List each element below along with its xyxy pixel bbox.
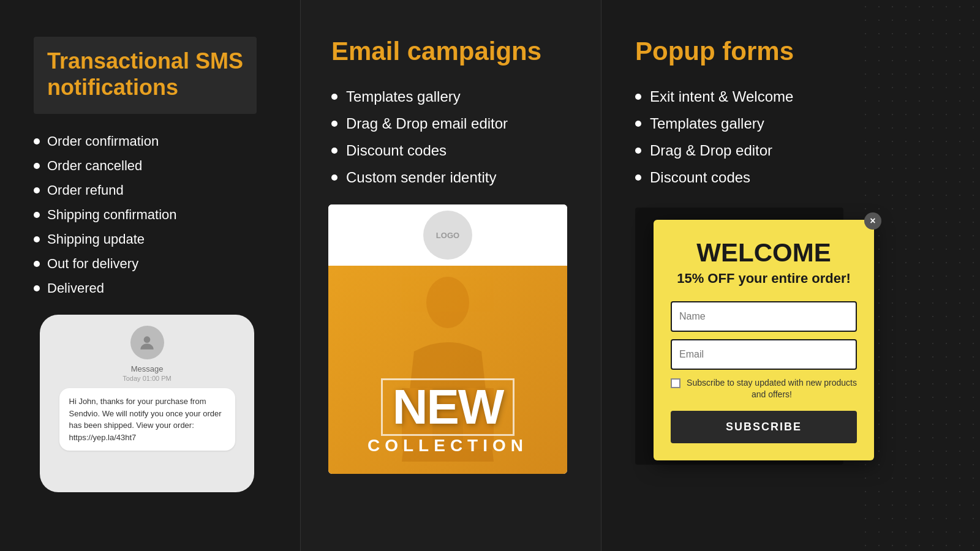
popup-checkbox-row: Subscribe to stay updated with new produ… xyxy=(671,377,857,401)
list-item: Discount codes xyxy=(635,169,957,186)
list-item: Templates gallery xyxy=(635,115,957,132)
list-item: Shipping update xyxy=(34,231,276,247)
bullet-icon xyxy=(34,236,40,242)
sms-column: Transactional SMS notifications Order co… xyxy=(0,0,300,551)
bullet-icon xyxy=(34,187,40,193)
email-preview: LOGO NEW COLLECTION xyxy=(328,204,567,474)
bullet-icon xyxy=(331,174,337,181)
close-button[interactable]: × xyxy=(864,212,881,230)
bullet-icon xyxy=(635,94,641,100)
sms-title-box: Transactional SMS notifications xyxy=(34,37,257,114)
subscribe-button[interactable]: SUBSCRIBE xyxy=(671,411,857,443)
list-item: Order refund xyxy=(34,182,276,198)
email-title: Email campaigns xyxy=(331,37,579,66)
message-time: Today 01:00 PM xyxy=(123,375,172,382)
collection-box: NEW xyxy=(381,378,515,436)
svg-point-1 xyxy=(426,277,469,328)
collection-word: COLLECTION xyxy=(341,436,555,455)
popup-email-input[interactable] xyxy=(671,339,857,370)
list-item: Shipping confirmation xyxy=(34,207,276,223)
popup-checkbox-label: Subscribe to stay updated with new produ… xyxy=(687,377,857,401)
popup-title: Popup forms xyxy=(635,37,957,66)
user-icon xyxy=(137,333,157,353)
list-item: Exit intent & Welcome xyxy=(635,88,957,105)
popup-offer-text: 15% OFF your entire order! xyxy=(671,270,857,288)
bullet-icon xyxy=(635,174,641,181)
svg-point-0 xyxy=(144,336,151,343)
email-column: Email campaigns Templates gallery Drag &… xyxy=(301,0,601,551)
bullet-icon xyxy=(34,138,40,144)
list-item: Discount codes xyxy=(331,142,579,159)
bullet-icon xyxy=(331,148,337,154)
bullet-icon xyxy=(34,261,40,267)
subscribe-checkbox[interactable] xyxy=(671,378,680,388)
popup-name-input[interactable] xyxy=(671,301,857,332)
popup-welcome-heading: WELCOME xyxy=(671,238,857,268)
bullet-icon xyxy=(331,94,337,100)
new-word: NEW xyxy=(393,385,503,429)
sms-features-list: Order confirmation Order cancelled Order… xyxy=(34,133,276,296)
phone-mockup: Message Today 01:00 PM Hi John, thanks f… xyxy=(40,315,254,492)
list-item: Out for delivery xyxy=(34,256,276,272)
sms-bubble: Hi John, thanks for your purchase from S… xyxy=(59,388,235,451)
avatar xyxy=(130,326,164,359)
bullet-icon xyxy=(34,212,40,218)
email-header: LOGO xyxy=(328,204,567,266)
list-item: Drag & Drop editor xyxy=(635,142,957,159)
bullet-icon xyxy=(635,121,641,127)
logo-placeholder: LOGO xyxy=(423,211,472,260)
new-collection-text: NEW COLLECTION xyxy=(341,378,555,455)
popup-card: × WELCOME 15% OFF your entire order! Sub… xyxy=(654,220,874,460)
list-item: Order confirmation xyxy=(34,133,276,149)
email-features-list: Templates gallery Drag & Drop email edit… xyxy=(331,88,579,186)
bullet-icon xyxy=(34,285,40,291)
list-item: Custom sender identity xyxy=(331,169,579,186)
bullet-icon xyxy=(331,121,337,127)
list-item: Templates gallery xyxy=(331,88,579,105)
sms-title: Transactional SMS notifications xyxy=(47,48,243,100)
popup-column: Popup forms Exit intent & Welcome Templa… xyxy=(601,0,980,551)
list-item: Order cancelled xyxy=(34,158,276,174)
list-item: Drag & Drop email editor xyxy=(331,115,579,132)
popup-form-wrapper: × WELCOME 15% OFF your entire order! Sub… xyxy=(635,208,868,477)
bullet-icon xyxy=(635,148,641,154)
message-label: Message xyxy=(131,364,164,373)
popup-features-list: Exit intent & Welcome Templates gallery … xyxy=(635,88,957,186)
list-item: Delivered xyxy=(34,280,276,296)
dot-pattern-right xyxy=(859,0,980,551)
bullet-icon xyxy=(34,163,40,169)
email-banner: NEW COLLECTION xyxy=(328,266,567,474)
